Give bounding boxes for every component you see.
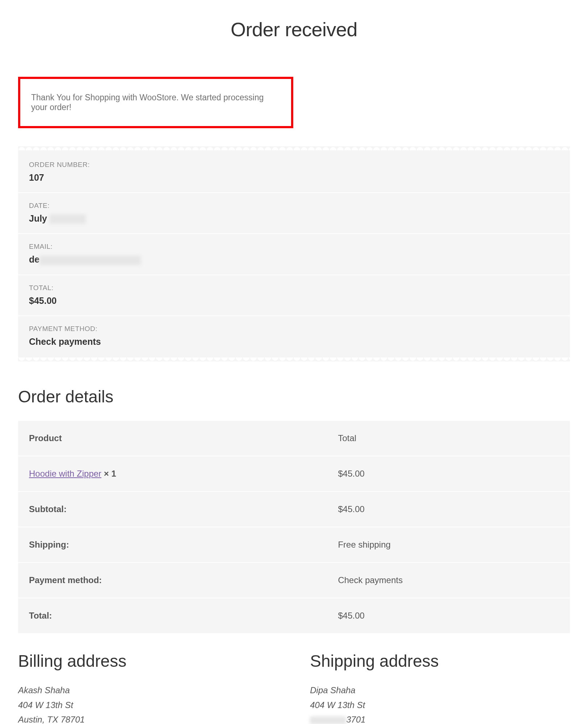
overview-label: TOTAL: xyxy=(29,284,559,292)
redacted-city xyxy=(310,716,346,724)
shipping-name: Dipa Shaha xyxy=(310,683,569,698)
billing-name: Akash Shaha xyxy=(18,683,277,698)
overview-email: EMAIL: de xyxy=(18,234,570,275)
billing-street: 404 W 13th St xyxy=(18,698,277,713)
overview-value: Check payments xyxy=(29,336,559,347)
overview-order-number: ORDER NUMBER: 107 xyxy=(18,146,570,193)
overview-label: DATE: xyxy=(29,202,559,210)
product-cell: Hoodie with Zipper × 1 xyxy=(18,456,327,491)
email-prefix: de xyxy=(29,254,39,264)
overview-payment-method: PAYMENT METHOD: Check payments xyxy=(18,316,570,361)
table-row: Subtotal: $45.00 xyxy=(18,491,570,527)
row-value: Check payments xyxy=(327,562,570,598)
table-row: Hoodie with Zipper × 1 $45.00 xyxy=(18,456,570,491)
product-link[interactable]: Hoodie with Zipper xyxy=(29,469,101,478)
row-label: Total: xyxy=(18,598,327,633)
order-received-page: Order received Thank You for Shopping wi… xyxy=(0,0,588,724)
table-row: Payment method: Check payments xyxy=(18,562,570,598)
order-details-table: Product Total Hoodie with Zipper × 1 $45… xyxy=(18,421,570,633)
date-prefix: July xyxy=(29,213,50,223)
overview-value: July xyxy=(29,213,559,224)
row-value: Free shipping xyxy=(327,527,570,562)
overview-label: PAYMENT METHOD: xyxy=(29,325,559,333)
overview-label: EMAIL: xyxy=(29,243,559,251)
order-overview: ORDER NUMBER: 107 DATE: July EMAIL: de T… xyxy=(18,146,570,361)
shipping-city: 3701 xyxy=(310,712,569,724)
shipping-address-heading: Shipping address xyxy=(310,651,569,671)
addresses-section: Billing address Akash Shaha 404 W 13th S… xyxy=(18,651,570,724)
col-total: Total xyxy=(327,421,570,456)
redacted-email xyxy=(39,256,141,265)
row-value: $45.00 xyxy=(327,491,570,527)
shipping-address-column: Shipping address Dipa Shaha 404 W 13th S… xyxy=(310,651,569,724)
overview-label: ORDER NUMBER: xyxy=(29,161,559,169)
product-total: $45.00 xyxy=(327,456,570,491)
table-row: Total: $45.00 xyxy=(18,598,570,633)
thank-you-text: Thank You for Shopping with WooStore. We… xyxy=(31,93,280,112)
billing-address-column: Billing address Akash Shaha 404 W 13th S… xyxy=(18,651,277,724)
billing-city: Austin, TX 78701 xyxy=(18,712,277,724)
product-qty: × 1 xyxy=(101,469,116,478)
thank-you-message-box: Thank You for Shopping with WooStore. We… xyxy=(18,77,293,128)
table-row: Shipping: Free shipping xyxy=(18,527,570,562)
billing-address-block: Akash Shaha 404 W 13th St Austin, TX 787… xyxy=(18,683,277,724)
row-label: Payment method: xyxy=(18,562,327,598)
order-details-heading: Order details xyxy=(18,387,570,406)
overview-value: 107 xyxy=(29,172,559,183)
shipping-address-block: Dipa Shaha 404 W 13th St 3701 29 xyxy=(310,683,569,724)
billing-address-heading: Billing address xyxy=(18,651,277,671)
table-header-row: Product Total xyxy=(18,421,570,456)
shipping-street: 404 W 13th St xyxy=(310,698,569,713)
row-value: $45.00 xyxy=(327,598,570,633)
overview-value: $45.00 xyxy=(29,296,559,306)
city-suffix: 3701 xyxy=(346,715,365,724)
overview-total: TOTAL: $45.00 xyxy=(18,275,570,316)
overview-date: DATE: July xyxy=(18,193,570,234)
row-label: Subtotal: xyxy=(18,491,327,527)
page-title: Order received xyxy=(18,18,570,41)
row-label: Shipping: xyxy=(18,527,327,562)
overview-value: de xyxy=(29,254,559,265)
col-product: Product xyxy=(18,421,327,456)
redacted-date xyxy=(50,214,86,224)
